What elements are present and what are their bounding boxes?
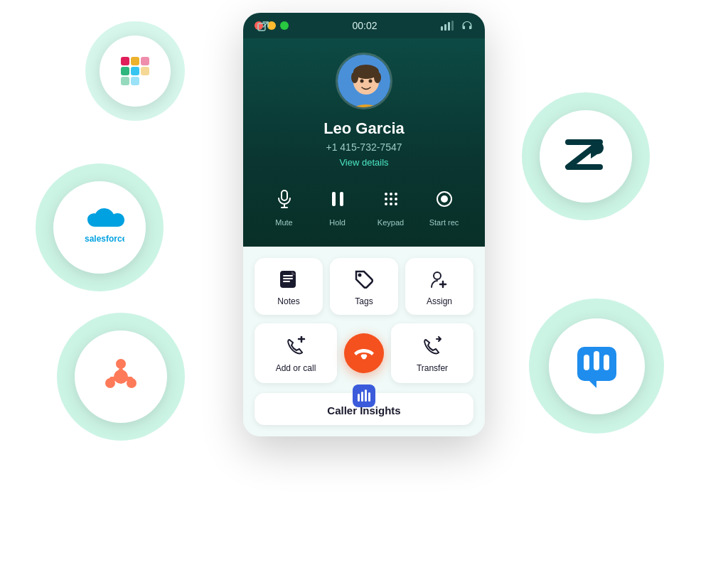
svg-rect-11 — [119, 368, 123, 378]
svg-point-43 — [395, 198, 397, 200]
salesforce-integration: salesforce — [36, 163, 164, 291]
svg-rect-13 — [121, 377, 133, 381]
tags-button[interactable]: Tags — [330, 258, 398, 315]
maximize-button[interactable] — [280, 21, 289, 30]
svg-point-39 — [390, 193, 392, 195]
hold-icon — [331, 191, 344, 207]
headset-icon — [461, 20, 473, 31]
view-details-link[interactable]: View details — [339, 157, 388, 168]
hold-button[interactable]: Hold — [322, 183, 353, 227]
popout-icon[interactable] — [257, 21, 269, 33]
svg-rect-57 — [358, 394, 360, 402]
svg-rect-52 — [283, 281, 290, 282]
svg-rect-6 — [121, 77, 129, 85]
add-or-call-button[interactable]: Add or call — [255, 323, 337, 383]
svg-point-29 — [351, 72, 358, 83]
add-or-call-label: Add or call — [276, 363, 316, 373]
insights-logo-icon — [357, 389, 371, 402]
svg-rect-19 — [604, 355, 609, 370]
svg-point-44 — [385, 203, 387, 205]
add-call-icon-wrap — [283, 333, 309, 359]
call-action-row: Add or call — [255, 323, 473, 383]
caller-avatar — [336, 53, 392, 109]
hangup-button[interactable] — [344, 333, 384, 373]
keypad-label: Keypad — [378, 218, 404, 227]
tags-icon-wrap — [351, 267, 377, 292]
svg-point-48 — [441, 195, 448, 203]
transfer-button[interactable]: Transfer — [391, 323, 473, 383]
assign-icon — [429, 269, 450, 290]
svg-rect-3 — [131, 67, 139, 75]
avatar-image — [338, 55, 392, 109]
svg-rect-23 — [451, 21, 454, 31]
svg-point-42 — [390, 198, 392, 200]
scene: salesforce — [0, 0, 728, 570]
mute-button[interactable]: Mute — [269, 183, 300, 227]
action-row: Notes Tags — [255, 258, 473, 315]
start-rec-button[interactable]: Start rec — [429, 183, 460, 227]
svg-point-46 — [395, 203, 397, 205]
svg-rect-22 — [448, 22, 450, 31]
call-controls: Mute Hold — [257, 183, 471, 227]
add-call-icon — [286, 336, 306, 356]
assign-button[interactable]: Assign — [405, 258, 473, 315]
mute-label: Mute — [275, 218, 292, 227]
svg-point-54 — [434, 272, 441, 279]
intercom-integration — [529, 299, 664, 434]
title-bar-icons — [441, 20, 473, 31]
keypad-icon — [383, 191, 399, 207]
transfer-icon — [422, 336, 442, 356]
svg-rect-51 — [283, 278, 293, 279]
svg-rect-58 — [361, 392, 363, 402]
svg-rect-36 — [332, 192, 336, 206]
notes-icon-wrap — [276, 267, 301, 292]
svg-point-41 — [385, 198, 387, 200]
hubspot-integration — [57, 313, 185, 441]
svg-rect-33 — [282, 190, 287, 200]
svg-text:salesforce: salesforce — [85, 234, 124, 244]
svg-rect-5 — [141, 67, 149, 75]
mute-icon — [277, 190, 292, 208]
assign-label: Assign — [427, 296, 452, 306]
signal-icon — [441, 21, 454, 31]
svg-point-26 — [346, 104, 386, 109]
hangup-icon — [354, 346, 374, 360]
caller-insights-bar[interactable]: Caller Insights — [255, 393, 473, 425]
svg-rect-18 — [594, 351, 599, 370]
svg-rect-1 — [131, 57, 139, 65]
svg-point-31 — [360, 80, 364, 83]
insights-icon — [353, 385, 375, 407]
svg-rect-20 — [441, 26, 443, 31]
notes-button[interactable]: Notes — [255, 258, 323, 315]
transfer-label: Transfer — [417, 363, 448, 373]
svg-rect-4 — [141, 57, 149, 65]
svg-point-45 — [390, 203, 392, 205]
zendesk-integration — [522, 92, 650, 220]
phone-app: 00:02 — [243, 13, 485, 436]
tags-icon — [353, 269, 375, 290]
title-bar: 00:02 — [243, 13, 485, 38]
svg-rect-59 — [365, 389, 367, 402]
tags-label: Tags — [355, 296, 373, 306]
slack-integration — [85, 21, 185, 121]
svg-rect-2 — [121, 67, 129, 75]
record-icon — [436, 190, 453, 208]
svg-rect-17 — [584, 355, 589, 370]
svg-rect-50 — [283, 275, 293, 276]
caller-phone: +1 415-732-7547 — [326, 141, 402, 153]
keypad-button[interactable]: Keypad — [375, 183, 407, 227]
notes-label: Notes — [277, 296, 299, 306]
svg-rect-37 — [340, 192, 343, 206]
svg-point-40 — [395, 193, 397, 195]
assign-icon-wrap — [427, 267, 452, 292]
call-screen: Leo Garcia +1 415-732-7547 View details — [243, 38, 485, 247]
svg-rect-24 — [258, 23, 265, 31]
start-rec-label: Start rec — [429, 218, 459, 227]
hold-label: Hold — [329, 218, 346, 227]
svg-rect-21 — [444, 24, 446, 31]
notes-icon — [278, 269, 299, 290]
caller-name: Leo Garcia — [323, 119, 405, 138]
bottom-panel: Notes Tags — [243, 247, 485, 436]
svg-point-30 — [374, 72, 381, 83]
svg-rect-7 — [131, 77, 139, 85]
